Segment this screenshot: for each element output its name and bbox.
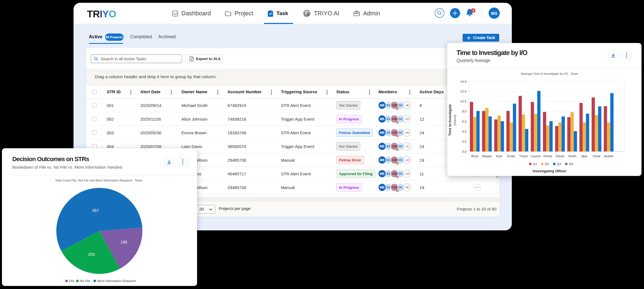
svg-text:14.0: 14.0 [460, 80, 467, 83]
svg-text:Chad: Chad [593, 154, 600, 158]
svg-text:Megan: Megan [482, 154, 492, 158]
svg-text:David: David [556, 154, 564, 158]
svg-text:No File: No File [80, 279, 90, 283]
svg-text:Emily: Emily [507, 154, 515, 158]
svg-text:Average Time to Investigate by: Average Time to Investigate by I/O - Tea… [521, 72, 578, 75]
svg-text:File: File [69, 279, 74, 283]
svg-text:Q2: Q2 [545, 162, 549, 166]
svg-text:Travis: Travis [519, 154, 528, 158]
svg-text:Lauren: Lauren [531, 154, 541, 158]
svg-text:0.0: 0.0 [462, 150, 467, 153]
svg-text:Audrie: Audrie [604, 154, 613, 158]
svg-text:6.0: 6.0 [462, 120, 467, 123]
svg-text:10.0: 10.0 [460, 100, 467, 103]
svg-text:(Hours): (Hours) [453, 115, 456, 126]
svg-text:Ajay: Ajay [581, 154, 588, 158]
svg-text:557: 557 [92, 208, 99, 213]
svg-text:Q4: Q4 [569, 162, 573, 166]
svg-text:2.0: 2.0 [462, 140, 467, 143]
svg-text:Kyle: Kyle [496, 154, 502, 158]
svg-text:Q1: Q1 [533, 162, 537, 166]
svg-text:190: 190 [120, 240, 127, 244]
svg-text:Investigating Officer: Investigating Officer [533, 169, 567, 173]
svg-text:12.0: 12.0 [460, 90, 467, 93]
svg-text:Derek: Derek [543, 154, 552, 158]
svg-text:253: 253 [88, 252, 95, 257]
svg-text:More Information Required: More Information Required [97, 279, 136, 283]
svg-text:Total Count File, Not File and: Total Count File, Not File and More Info… [55, 179, 142, 182]
svg-text:Brad: Brad [471, 154, 478, 158]
svg-text:8.0: 8.0 [462, 110, 467, 113]
svg-text:Time to Investigate: Time to Investigate [448, 104, 452, 136]
svg-text:Smith: Smith [568, 154, 576, 158]
svg-text:4.0: 4.0 [462, 130, 467, 133]
svg-text:Q3: Q3 [557, 162, 561, 166]
